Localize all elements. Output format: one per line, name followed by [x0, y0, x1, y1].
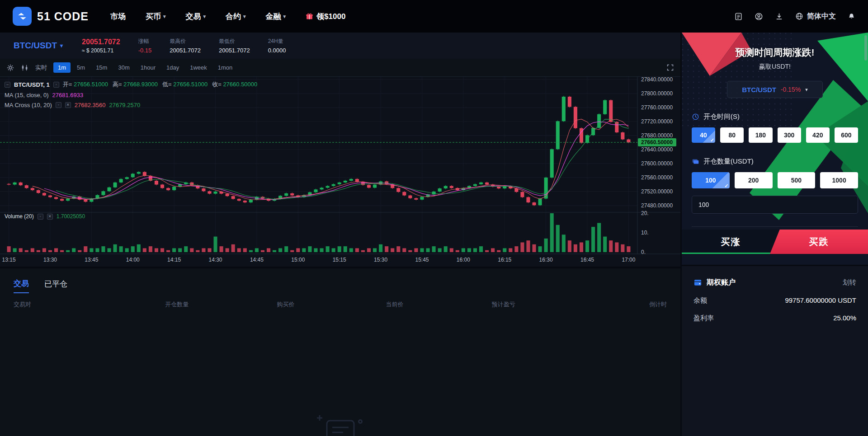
svg-text:27840.00000: 27840.00000	[641, 77, 673, 83]
claim-bonus-button[interactable]: 领$1000	[306, 11, 345, 22]
account-icon[interactable]	[755, 12, 763, 21]
timeframe-1m[interactable]: 1m	[53, 62, 71, 73]
svg-text:13:15: 13:15	[2, 257, 16, 263]
open-amount-label: 开仓数量(USDT)	[703, 157, 754, 166]
nav-item-4[interactable]: 合约▾	[226, 11, 246, 22]
svg-text:15:45: 15:45	[415, 257, 429, 263]
svg-text:13:30: 13:30	[43, 257, 57, 263]
positions-table-header: 交易对开仓数量购买价当前价预计盈亏倒计时	[14, 300, 667, 309]
svg-text:27660.50000: 27660.50000	[641, 139, 673, 145]
chevron-down-icon: ▾	[243, 14, 246, 19]
timeframe-15m[interactable]: 15m	[91, 62, 112, 73]
clock-icon	[692, 113, 699, 121]
ticker-stat: 涨幅-0.15	[138, 38, 152, 54]
settings-gear-icon[interactable]	[6, 64, 14, 72]
ohlc-item: 收= 27660.50000	[212, 80, 257, 89]
close-icon[interactable]: ✕	[65, 102, 71, 108]
svg-text:27680.00000: 27680.00000	[641, 132, 673, 139]
ohlc-values: 开= 27656.51000高= 27668.93000低= 27656.510…	[63, 80, 258, 89]
volume-legend: Volume (20) ◦ ✕ 1.70025050	[5, 213, 85, 220]
ticker-stat: 最低价20051.7072	[219, 38, 250, 54]
ma-label: MA (15, close, 0)	[5, 92, 49, 98]
language-selector[interactable]: 简体中文	[795, 12, 836, 21]
column-header: 购买价	[231, 300, 340, 309]
option-420[interactable]: 420	[806, 127, 830, 143]
nav-item-2[interactable]: 买币▾	[146, 11, 166, 22]
nav-menu: 市场买币▾交易▾合约▾金融▾	[110, 11, 286, 22]
svg-text:27520.00000: 27520.00000	[641, 188, 673, 195]
timeframe-5m[interactable]: 5m	[72, 62, 90, 73]
open-time-options: 40✓80180300420600	[692, 127, 858, 143]
svg-text:16:15: 16:15	[498, 257, 511, 263]
timeframe-1hour[interactable]: 1hour	[136, 62, 160, 73]
buy-buttons: 买涨 买跌	[682, 230, 868, 254]
promo-title: 预测时间周期涨跌!	[692, 33, 858, 59]
chevron-down-icon: ▾	[203, 14, 206, 19]
pair-label: BTC/USDT	[14, 41, 57, 51]
column-header: 开仓数量	[123, 300, 231, 309]
svg-text:27800.00000: 27800.00000	[641, 90, 673, 97]
visibility-toggle-icon[interactable]: ◦	[38, 214, 43, 220]
visibility-toggle-icon[interactable]: ◦	[53, 82, 59, 88]
nav-item-5[interactable]: 金融▾	[266, 11, 286, 22]
chart-area[interactable]: – BTC/USDT, 1 ◦ 开= 27656.51000高= 27668.9…	[0, 77, 680, 267]
chart-legend: – BTC/USDT, 1 ◦ 开= 27656.51000高= 27668.9…	[5, 80, 257, 112]
option-1000[interactable]: 1000	[820, 172, 858, 188]
option-300[interactable]: 300	[778, 127, 801, 143]
option-200[interactable]: 200	[735, 172, 773, 188]
ohlc-item: 低= 27656.51000	[162, 80, 208, 89]
option-80[interactable]: 80	[720, 127, 744, 143]
amount-input[interactable]	[692, 196, 858, 214]
timeframe-30m[interactable]: 30m	[113, 62, 134, 73]
column-header: 当前价	[340, 300, 449, 309]
prediction-change: -0.15%	[781, 86, 801, 93]
svg-text:16:00: 16:00	[457, 257, 470, 263]
account-title: 期权账户	[707, 278, 736, 287]
fullscreen-icon[interactable]	[666, 64, 674, 71]
close-icon[interactable]: ✕	[47, 214, 53, 220]
option-180[interactable]: 180	[749, 127, 772, 143]
nav-item-3[interactable]: 交易▾	[186, 11, 206, 22]
ma-cross-value-2: 27679.2570	[109, 102, 140, 108]
legend-symbol: BTC/USDT, 1	[14, 81, 50, 88]
visibility-toggle-icon[interactable]: ◦	[56, 102, 61, 108]
nav-item-1[interactable]: 市场	[110, 11, 126, 22]
open-amount-options: 100✓2005001000	[692, 172, 858, 188]
tab-交易[interactable]: 交易	[14, 278, 29, 293]
brand-name: 51 CODE	[37, 10, 89, 23]
buy-up-button[interactable]: 买涨	[682, 230, 780, 254]
amount-icon	[692, 158, 699, 165]
timeframe-1week[interactable]: 1week	[185, 62, 212, 73]
last-price: 20051.7072	[82, 38, 120, 46]
collapse-legend-icon[interactable]: –	[5, 82, 10, 88]
tab-已平仓[interactable]: 已平仓	[44, 279, 67, 293]
option-600[interactable]: 600	[835, 127, 858, 143]
brand-logo-icon	[13, 7, 32, 26]
chart-type-icon[interactable]	[21, 64, 29, 72]
download-icon[interactable]	[775, 12, 783, 21]
timeframe-1day[interactable]: 1day	[162, 62, 184, 73]
svg-text:10.: 10.	[641, 230, 649, 236]
transfer-link[interactable]: 划转	[843, 278, 856, 287]
buy-down-button[interactable]: 买跌	[770, 230, 868, 254]
orders-icon[interactable]	[734, 12, 743, 21]
ohlc-item: 高= 27668.93000	[113, 80, 158, 89]
ticker-stat: 最高价20051.7072	[170, 38, 201, 54]
chevron-down-icon: ▾	[163, 14, 166, 19]
svg-text:0.: 0.	[641, 249, 646, 255]
svg-text:27600.00000: 27600.00000	[641, 160, 673, 167]
option-40[interactable]: 40✓	[692, 127, 715, 143]
chevron-down-icon: ▾	[60, 42, 63, 49]
brand[interactable]: 51 CODE	[13, 7, 89, 26]
gift-icon	[306, 13, 313, 20]
volume-label: Volume (20)	[5, 213, 34, 220]
last-price-block: 20051.7072 ≈ $ 20051.71	[82, 38, 120, 54]
bell-icon[interactable]	[848, 13, 855, 20]
timeframe-1mon[interactable]: 1mon	[213, 62, 237, 73]
svg-text:20.: 20.	[641, 210, 649, 216]
prediction-pair-dropdown[interactable]: BTC/USDT -0.15% ▾	[727, 81, 823, 98]
option-100[interactable]: 100✓	[692, 172, 730, 188]
option-500[interactable]: 500	[778, 172, 816, 188]
pair-selector[interactable]: BTC/USDT ▾	[14, 41, 63, 51]
realtime-button[interactable]: 实时	[35, 64, 47, 72]
